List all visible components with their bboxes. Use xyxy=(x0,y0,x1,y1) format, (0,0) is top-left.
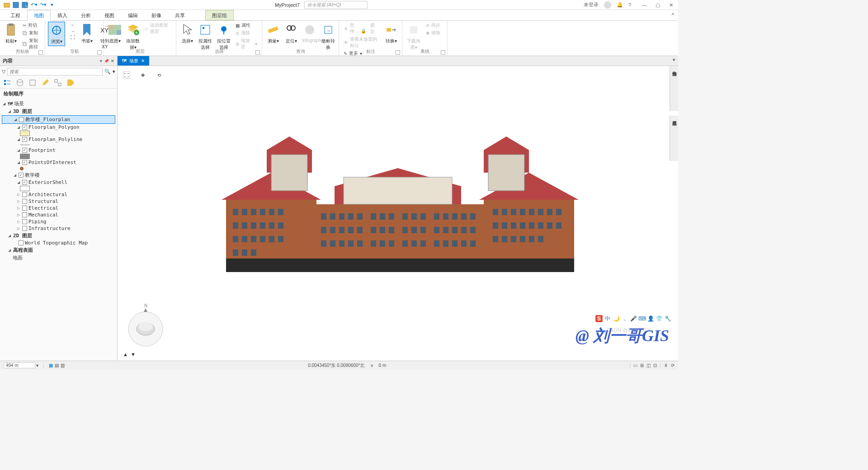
open-icon[interactable] xyxy=(4,2,10,8)
pause-labels-button[interactable]: ⏸ 暂停 🔒 锁定 xyxy=(342,22,381,35)
panel-close-icon[interactable]: ✕ xyxy=(111,59,114,63)
status-grid-icon[interactable]: ⊡ xyxy=(653,363,657,368)
tree-floorplan[interactable]: ◢教学楼_Floorplan xyxy=(2,115,115,124)
remove-button[interactable]: ✖ 移除 xyxy=(424,29,442,37)
view-tab-dropdown-icon[interactable]: ▾ xyxy=(670,56,678,66)
infographics-button[interactable]: Infographics▾ xyxy=(301,22,318,44)
tree-3d-layers[interactable]: ◢3D 图层 xyxy=(2,108,115,115)
clear-selection-button[interactable]: ⊘ 清除 xyxy=(234,29,259,37)
tree-topo[interactable]: World Topographic Map xyxy=(2,240,115,246)
tray-user-icon[interactable]: 👤 xyxy=(647,315,654,322)
save-icon[interactable] xyxy=(13,2,19,8)
tree-exterior[interactable]: ◢ExteriorShell xyxy=(2,179,115,186)
coord-convert-button[interactable]: ↔坐标转换 xyxy=(320,22,336,52)
minimize-button[interactable]: — xyxy=(642,2,647,8)
attributes-button[interactable]: ▦ 属性 xyxy=(234,22,259,29)
tray-moon-icon[interactable]: 🌙 xyxy=(613,315,620,322)
tray-mic-icon[interactable]: 🎤 xyxy=(630,315,637,322)
save-as-icon[interactable] xyxy=(22,2,28,8)
tray-punct-icon[interactable]: ， xyxy=(621,315,628,322)
coords-dropdown-icon[interactable]: ∨ xyxy=(370,363,373,368)
browse-button[interactable]: 浏览▾ xyxy=(48,22,65,46)
side-panel-1[interactable]: 连接协作 xyxy=(670,66,678,111)
select-by-loc-button[interactable]: 按位置选择 xyxy=(216,22,232,52)
redo-icon[interactable]: ↷▾ xyxy=(40,2,46,8)
close-button[interactable]: ✕ xyxy=(669,2,675,8)
tray-tool-icon[interactable]: 🔧 xyxy=(664,315,671,322)
tree-poi[interactable]: ◢PointsOfInterest xyxy=(2,159,115,166)
panel-pin-icon[interactable]: 📌 xyxy=(104,59,109,63)
status-refresh-icon[interactable]: ⟳ xyxy=(671,363,675,368)
tab-edit[interactable]: 编辑 xyxy=(121,10,145,20)
list-by-drawing-icon[interactable] xyxy=(4,79,11,86)
panel-options-icon[interactable]: ▾ xyxy=(100,59,102,63)
close-tab-icon[interactable]: ✕ xyxy=(141,58,145,63)
view-mode-icon-1[interactable]: ▦ xyxy=(49,363,53,368)
tab-view[interactable]: 视图 xyxy=(98,10,121,20)
tree-ground[interactable]: 地面 xyxy=(2,254,115,262)
command-search[interactable]: 命令搜索 (Alt+Q) xyxy=(304,1,368,9)
status-selection-icon[interactable]: ▭ xyxy=(633,363,637,368)
annotate-dialog-launcher[interactable] xyxy=(396,50,400,55)
tree-building[interactable]: ◢教学楼 xyxy=(2,171,115,179)
symbol-polyline[interactable] xyxy=(20,145,30,145)
nav-down-icon[interactable]: ▼ xyxy=(131,352,136,357)
addgraphic-button[interactable]: ◇ 添加图形图层 xyxy=(143,22,173,35)
search-icon[interactable]: 🔍 xyxy=(104,69,111,75)
paste-button[interactable]: 粘贴▾ xyxy=(3,22,19,45)
bookmark-button[interactable]: 书签▾ xyxy=(79,22,95,45)
tab-share[interactable]: 共享 xyxy=(168,10,192,20)
tab-imagery[interactable]: 影像 xyxy=(145,10,168,20)
qat-more-icon[interactable]: ▾ xyxy=(49,2,55,8)
convert-button[interactable]: 转换▾ xyxy=(383,22,399,45)
tab-insert[interactable]: 插入 xyxy=(51,10,74,20)
ribbon-collapse-icon[interactable]: ^ xyxy=(668,10,678,20)
maximize-button[interactable]: ▢ xyxy=(656,2,661,8)
tray-sogou-icon[interactable]: S xyxy=(595,315,603,322)
select-dialog-launcher[interactable] xyxy=(255,50,260,55)
offline-dialog-launcher[interactable] xyxy=(441,50,445,55)
locate-button[interactable]: 定位▾ xyxy=(283,22,299,45)
tree-elec[interactable]: ▷Electrical xyxy=(2,205,115,212)
tree-arch[interactable]: ▷Architectural xyxy=(2,191,115,198)
list-by-selection-icon[interactable] xyxy=(29,79,36,86)
symbol-exterior[interactable] xyxy=(20,186,30,191)
cut-button[interactable]: ✂ 剪切 xyxy=(21,22,42,29)
tray-shirt-icon[interactable]: 👕 xyxy=(656,315,663,322)
list-by-snapping-icon[interactable] xyxy=(54,79,61,86)
list-by-labeling-icon[interactable] xyxy=(67,79,74,86)
tree-2d-layers[interactable]: ◢2D 图层 xyxy=(2,232,115,240)
notification-icon[interactable]: 🔔 xyxy=(617,2,623,8)
tray-ime-icon[interactable]: 中 xyxy=(604,315,611,322)
navigator-wheel[interactable]: N xyxy=(123,302,168,347)
side-panel-2[interactable]: 日历系统 xyxy=(670,116,678,161)
view-unplaced-button[interactable]: 👁 查看未放置的标注 xyxy=(342,36,381,49)
search-input[interactable] xyxy=(7,68,103,75)
tab-analysis[interactable]: 分析 xyxy=(74,10,98,20)
basemap-button[interactable]: 底图▾ xyxy=(107,22,123,45)
nav-prev-icon[interactable]: ← xyxy=(69,22,77,28)
nav-extent-icon[interactable]: ⛶ xyxy=(69,34,77,40)
adddata-button[interactable]: +添加数据▾ xyxy=(125,22,141,52)
status-pause-icon[interactable]: ⏸ xyxy=(664,363,668,368)
zoom-target-icon[interactable]: ✥ xyxy=(139,71,146,79)
select-button[interactable]: 选择▾ xyxy=(179,22,195,45)
tree-scene[interactable]: ◢🗺 场景 xyxy=(2,100,115,108)
scale-dropdown-icon[interactable]: ▾ xyxy=(36,363,38,368)
tree-mech[interactable]: ▷Mechanical xyxy=(2,212,115,218)
filter-icon[interactable]: ▽ xyxy=(2,69,5,75)
sync-button[interactable]: ⟳ 同步 xyxy=(424,22,442,29)
nav-next-icon[interactable]: → xyxy=(69,28,77,34)
tab-map[interactable]: 地图 xyxy=(27,10,51,21)
view-mode-icon-3[interactable]: ▥ xyxy=(61,363,65,368)
select-by-attr-button[interactable]: 按属性选择 xyxy=(197,22,213,52)
nav-mode-icon[interactable]: ⟲ xyxy=(156,71,163,79)
list-by-editing-icon[interactable] xyxy=(42,79,49,86)
nav-up-icon[interactable]: ▲ xyxy=(123,352,128,357)
tree-infra[interactable]: ▷Infrastructure xyxy=(2,225,115,232)
undo-icon[interactable]: ↶▾ xyxy=(31,2,37,8)
tab-layergroup[interactable]: 图层组 xyxy=(205,10,234,20)
status-snapping-icon[interactable]: ⊞ xyxy=(640,363,644,368)
tree-floorplan-polygon[interactable]: ◢Floorplan_Polygon xyxy=(2,124,115,131)
login-status[interactable]: 未登录 xyxy=(584,1,599,8)
